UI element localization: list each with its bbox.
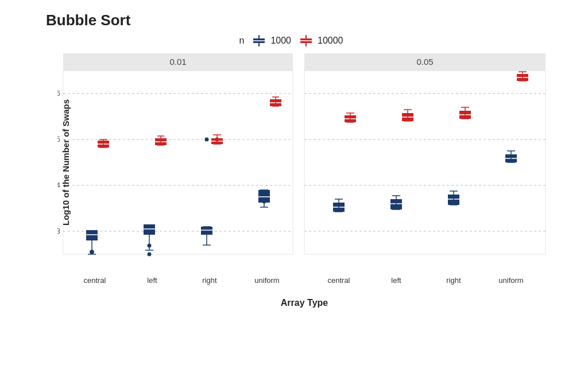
boxplot-red-central-001 [98,139,109,147]
x-label-central-001: central [83,276,106,285]
x-axis-label: Array Type [281,298,328,308]
x-label-uniform-001: uniform [254,276,279,285]
legend: n 1000 10000 [11,34,571,48]
svg-point-23 [90,250,94,254]
x-label-uniform-005: uniform [498,276,523,285]
x-label-central-005: central [327,276,350,285]
y-tick-4: 4 [57,181,60,189]
legend-box-blue-icon [251,34,267,48]
chart-title: Bubble Sort [11,11,571,29]
svg-rect-42 [201,227,212,235]
svg-point-45 [205,138,209,142]
svg-point-51 [215,138,219,142]
main-chart-svg: 0.01 0.05 6 5 [57,53,551,312]
legend-box-red-icon [298,34,314,48]
svg-point-33 [148,244,152,248]
legend-item-10000: 10000 [298,34,343,48]
legend-label-10000: 10000 [318,36,343,46]
x-label-right-001: right [202,276,217,285]
facet-label-001: 0.01 [169,57,186,67]
x-label-left-001: left [147,276,157,285]
legend-label-1000: 1000 [270,36,291,46]
y-tick-6: 6 [57,89,60,98]
y-axis-label: Log10 of the Number of Swaps [61,99,71,226]
x-label-right-005: right [446,276,461,285]
svg-point-34 [148,253,152,257]
svg-point-57 [262,200,266,204]
svg-rect-31 [144,224,155,235]
x-label-left-005: left [391,276,401,285]
svg-rect-9 [63,71,293,254]
chart-container: Bubble Sort n 1000 10000 [0,0,588,369]
svg-rect-21 [86,230,98,240]
y-tick-3: 3 [57,227,60,235]
legend-n-label: n [239,36,245,46]
plot-area: 0.01 0.05 6 5 [57,53,559,314]
y-tick-5: 5 [57,135,60,143]
legend-item-1000: 1000 [251,34,291,48]
facet-label-005: 0.05 [416,57,433,67]
